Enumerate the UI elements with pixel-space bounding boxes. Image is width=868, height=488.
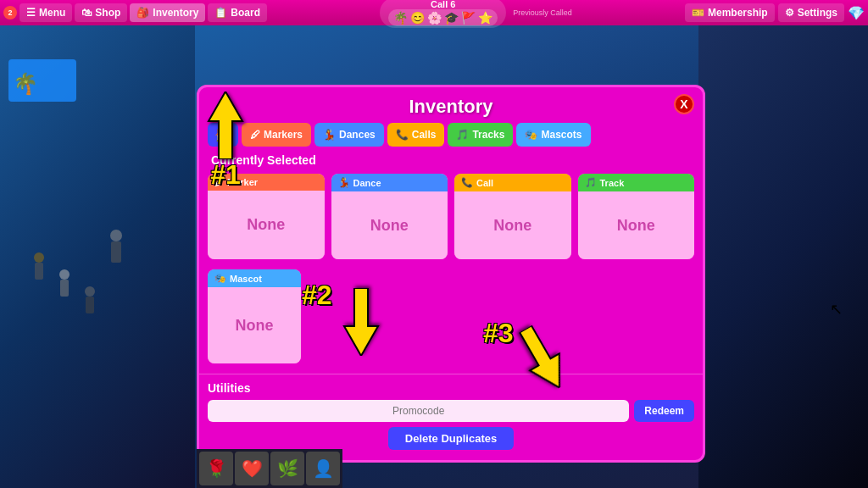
- tab-tracks[interactable]: 🎵 Tracks: [448, 123, 513, 147]
- menu-icon: ☰: [26, 7, 36, 19]
- inventory-icon: 🎒: [136, 7, 149, 19]
- bottom-item-character[interactable]: 👤: [306, 452, 340, 485]
- tab-mascots[interactable]: 🎭 Mascots: [516, 123, 590, 147]
- bottom-items-row: 🌹 ❤️ 🌿 👤: [197, 449, 342, 488]
- mascot-card[interactable]: 🎭 Mascot None: [208, 269, 301, 363]
- person-silhouette: [34, 252, 44, 280]
- marker-card-title: Marker: [227, 177, 258, 187]
- bottom-item-rose[interactable]: 🌹: [199, 452, 233, 485]
- close-button[interactable]: X: [674, 94, 694, 114]
- person-body: [111, 241, 121, 263]
- call-card-header: 📞 Call: [454, 174, 571, 191]
- dance-card[interactable]: 💃 Dance None: [331, 174, 448, 259]
- inventory-modal: Inventory X 🏠 🖊 Markers 💃 Dances 📞 Calls…: [197, 85, 705, 463]
- marker-card-header: 🖊 Marker: [208, 174, 325, 191]
- close-label: X: [680, 97, 687, 111]
- call-icon-3: 🌸: [427, 11, 442, 25]
- dance-card-body: None: [331, 191, 448, 259]
- mascot-card-header: 🎭 Mascot: [208, 269, 301, 287]
- person-silhouette: [110, 230, 122, 263]
- call-title: Call 6: [431, 0, 455, 9]
- markers-label: Markers: [264, 129, 303, 141]
- dance-header-icon: 💃: [338, 177, 350, 188]
- item-cards-row: 🖊 Marker None 💃 Dance None 📞: [208, 174, 694, 259]
- person-silhouette: [85, 286, 95, 313]
- call-card-value: None: [493, 217, 531, 235]
- person-head: [85, 286, 95, 297]
- call-header-icon: 📞: [461, 177, 473, 188]
- menu-button[interactable]: ☰ Menu: [19, 3, 72, 22]
- track-card-value: None: [617, 217, 655, 235]
- settings-label: Settings: [798, 7, 837, 19]
- call-icon-6: ⭐: [478, 11, 492, 25]
- membership-button[interactable]: 🎫 Membership: [685, 3, 775, 22]
- person-silhouette: [59, 269, 70, 297]
- call-icons-row: 🌴 😊 🌸 🎓 🚩 ⭐: [388, 9, 498, 26]
- topbar-left: 2 ☰ Menu 🛍 Shop 🎒 Inventory 📋 Board: [3, 3, 267, 22]
- topbar-center: Call 6 🌴 😊 🌸 🎓 🚩 ⭐ Previously Called: [269, 0, 683, 28]
- board-icon: 📋: [214, 7, 227, 19]
- tab-calls[interactable]: 📞 Calls: [387, 123, 445, 147]
- markers-icon: 🖊: [250, 129, 260, 141]
- call-container: Call 6 🌴 😊 🌸 🎓 🚩 ⭐: [380, 0, 506, 28]
- mascots-icon: 🎭: [525, 129, 537, 141]
- marker-card-value: None: [247, 216, 285, 234]
- delete-duplicates-button[interactable]: Delete Duplicates: [388, 427, 514, 450]
- mascot-card-body: None: [208, 287, 301, 363]
- person-head: [34, 252, 44, 263]
- shop-button[interactable]: 🛍 Shop: [75, 3, 127, 22]
- redeem-button[interactable]: Redeem: [634, 400, 694, 422]
- tab-bar: 🏠 🖊 Markers 💃 Dances 📞 Calls 🎵 Tracks 🎭 …: [199, 123, 703, 153]
- mascot-card-title: Mascot: [230, 274, 262, 284]
- modal-header: Inventory X: [199, 87, 703, 123]
- settings-button[interactable]: ⚙ Settings: [778, 3, 844, 22]
- tab-markers[interactable]: 🖊 Markers: [242, 123, 311, 147]
- people-area: [17, 110, 186, 364]
- inventory-label: Inventory: [153, 7, 198, 19]
- call-icon-2: 😊: [410, 11, 425, 25]
- shop-icon: 🛍: [81, 7, 92, 19]
- promocode-input[interactable]: [208, 400, 629, 422]
- inventory-button[interactable]: 🎒 Inventory: [130, 3, 205, 22]
- tab-home[interactable]: 🏠: [208, 123, 238, 147]
- dance-card-title: Dance: [353, 178, 381, 188]
- marker-card-body: None: [208, 191, 325, 259]
- tab-dances[interactable]: 💃 Dances: [314, 123, 384, 147]
- marker-header-icon: 🖊: [214, 177, 224, 187]
- topbar-right: 🎫 Membership ⚙ Settings 💎: [685, 3, 865, 22]
- bottom-item-heart[interactable]: ❤️: [235, 452, 269, 485]
- dance-card-header: 💃 Dance: [331, 174, 448, 191]
- currently-selected-label: Currently Selected: [208, 153, 694, 167]
- call-card-title: Call: [476, 178, 493, 188]
- call-card[interactable]: 📞 Call None: [454, 174, 571, 259]
- tracks-icon: 🎵: [456, 129, 469, 141]
- person-body: [60, 280, 69, 297]
- calls-label: Calls: [412, 129, 437, 141]
- marker-card[interactable]: 🖊 Marker None: [208, 174, 325, 259]
- track-card-body: None: [578, 191, 695, 259]
- membership-label: Membership: [708, 7, 768, 19]
- bg-left-panel: 🌴: [0, 25, 195, 488]
- mascots-label: Mascots: [541, 129, 581, 141]
- bottom-item-plant[interactable]: 🌿: [270, 452, 304, 485]
- promo-row: Redeem: [208, 400, 694, 422]
- call-icon-1: 🌴: [393, 11, 408, 25]
- shop-label: Shop: [95, 7, 120, 19]
- dances-icon: 💃: [323, 129, 336, 141]
- call-card-body: None: [454, 191, 571, 259]
- track-card-header: 🎵 Track: [578, 174, 695, 191]
- board-button[interactable]: 📋 Board: [208, 3, 267, 22]
- settings-icon: ⚙: [785, 7, 794, 19]
- person-head: [59, 269, 70, 280]
- redeem-label: Redeem: [644, 405, 684, 417]
- track-header-icon: 🎵: [585, 177, 597, 188]
- diamond-icon: 💎: [848, 5, 865, 21]
- track-card[interactable]: 🎵 Track None: [578, 174, 695, 259]
- mascot-card-value: None: [236, 317, 274, 335]
- membership-icon: 🎫: [692, 7, 704, 19]
- mascot-row: 🎭 Mascot None: [208, 269, 694, 363]
- person-body: [86, 297, 94, 313]
- menu-label: Menu: [39, 7, 65, 19]
- call-icon-5: 🚩: [461, 11, 476, 25]
- person-head: [110, 230, 122, 241]
